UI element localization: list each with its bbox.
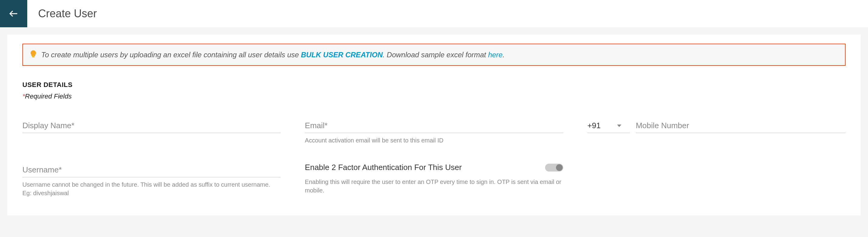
email-field: Account activation email will be sent to… (305, 119, 563, 144)
display-name-input[interactable] (22, 119, 281, 133)
email-input[interactable] (305, 119, 563, 133)
two-factor-toggle[interactable] (545, 164, 563, 172)
section-heading: USER DETAILS (22, 81, 846, 89)
display-name-field (22, 119, 281, 144)
info-text-end: . (503, 51, 505, 59)
username-input[interactable] (22, 163, 281, 177)
back-button[interactable] (0, 0, 27, 27)
page-title: Create User (38, 7, 97, 20)
form-grid: Account activation email will be sent to… (22, 119, 846, 197)
two-factor-helper-text: Enabling this will require the user to e… (305, 178, 563, 194)
header-bar: Create User (0, 0, 868, 27)
toggle-knob (556, 164, 563, 171)
content-wrapper: To create multiple users by uploading an… (0, 27, 868, 223)
two-factor-field: Enable 2 Factor Authentication For This … (305, 163, 563, 197)
mobile-field: +91 (587, 119, 846, 144)
country-code-select[interactable]: +91 (587, 119, 630, 133)
username-helper-text: Username cannot be changed in the future… (22, 180, 281, 197)
username-field: Username cannot be changed in the future… (22, 163, 281, 197)
svg-rect-1 (32, 56, 34, 57)
email-helper-text: Account activation email will be sent to… (305, 136, 563, 144)
required-asterisk: * (22, 93, 25, 100)
content-card: To create multiple users by uploading an… (7, 34, 861, 215)
lightbulb-icon (30, 50, 36, 59)
country-code-value: +91 (587, 121, 601, 130)
empty-cell (587, 163, 846, 197)
chevron-down-icon (617, 125, 621, 127)
bulk-user-creation-link[interactable]: BULK USER CREATION (301, 51, 382, 59)
info-text-before: To create multiple users by uploading an… (41, 51, 301, 59)
info-banner: To create multiple users by uploading an… (22, 44, 846, 66)
phone-row: +91 (587, 119, 846, 133)
required-fields-note: *Required Fields (22, 93, 846, 100)
arrow-left-icon (8, 8, 19, 19)
info-text-after-bulk: . Download sample excel format (383, 51, 488, 59)
two-factor-label: Enable 2 Factor Authentication For This … (305, 163, 462, 172)
mobile-number-input[interactable] (636, 119, 846, 133)
sample-excel-link[interactable]: here (488, 51, 503, 59)
required-fields-text: Required Fields (25, 93, 72, 100)
two-factor-row: Enable 2 Factor Authentication For This … (305, 163, 563, 172)
info-banner-text: To create multiple users by uploading an… (41, 51, 504, 59)
